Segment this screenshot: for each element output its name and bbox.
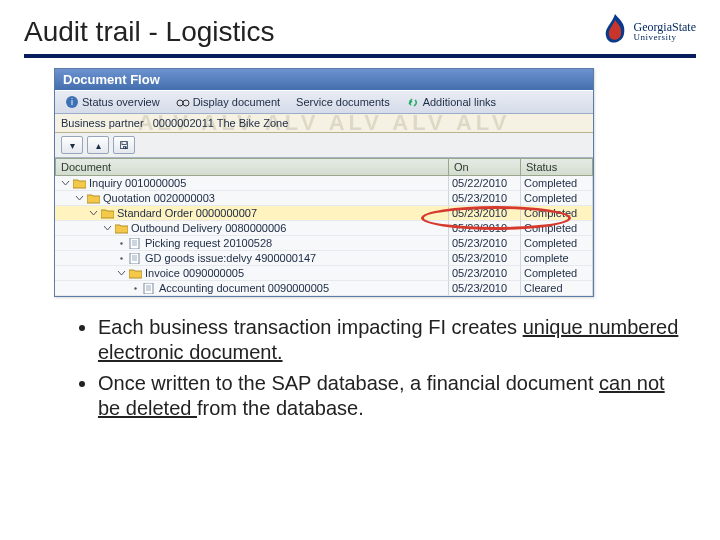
tree-row-date: 05/23/2010 (449, 191, 521, 206)
folder-icon (73, 178, 86, 189)
display-document-button[interactable]: Display document (172, 94, 284, 110)
tree-row-date: 05/23/2010 (449, 266, 521, 281)
tree-leaf-icon (117, 239, 126, 248)
row-text: Inquiry 0010000005 (89, 177, 186, 189)
tree-row-status: Completed (521, 206, 593, 221)
title-rule (24, 54, 696, 58)
tree-row-status: complete (521, 251, 593, 266)
tree-row-date: 05/23/2010 (449, 221, 521, 236)
chevron-down-icon[interactable] (117, 269, 126, 278)
status-overview-button[interactable]: i Status overview (61, 94, 164, 110)
partner-value: 0000002011 The Bike Zone (153, 117, 289, 129)
export-icon: 🖫 (119, 140, 129, 151)
status-overview-label: Status overview (82, 96, 160, 108)
expand-all-button[interactable]: ▾ (61, 136, 83, 154)
window-titlebar: Document Flow (55, 69, 593, 90)
service-documents-button[interactable]: Service documents (292, 95, 394, 109)
folder-icon (115, 223, 128, 234)
chevron-down-icon[interactable] (75, 194, 84, 203)
row-text: Accounting document 0090000005 (159, 282, 329, 294)
chevron-down-icon[interactable] (89, 209, 98, 218)
grid-toolbar: ▾ ▴ 🖫 (55, 133, 593, 158)
glasses-icon (176, 95, 190, 109)
svg-point-8 (134, 287, 136, 289)
row-text: Picking request 20100528 (145, 237, 272, 249)
tree-row-label[interactable]: Quotation 0020000003 (55, 191, 449, 206)
bullet-2: Once written to the SAP database, a fina… (98, 371, 684, 421)
chevron-down-icon[interactable] (103, 224, 112, 233)
tree-row-label[interactable]: Outbound Delivery 0080000006 (55, 221, 449, 236)
tree-row-status: Completed (521, 176, 593, 191)
row-text: GD goods issue:delvy 4900000147 (145, 252, 316, 264)
collapse-all-button[interactable]: ▴ (87, 136, 109, 154)
tree-row-status: Cleared (521, 281, 593, 296)
col-on[interactable]: On (449, 158, 521, 176)
row-text: Quotation 0020000003 (103, 192, 215, 204)
svg-point-3 (183, 100, 189, 106)
service-documents-label: Service documents (296, 96, 390, 108)
sap-window: Document Flow i Status overview Display … (54, 68, 594, 297)
brand-logo: GeorgiaState University (602, 14, 696, 48)
col-document[interactable]: Document (55, 158, 449, 176)
tree-row-date: 05/23/2010 (449, 236, 521, 251)
link-icon (406, 95, 420, 109)
expand-icon: ▾ (70, 140, 75, 151)
tree-row-label[interactable]: Inquiry 0010000005 (55, 176, 449, 191)
row-text: Outbound Delivery 0080000006 (131, 222, 286, 234)
tree-row-label[interactable]: Accounting document 0090000005 (55, 281, 449, 296)
business-partner-bar: ALV ALV ALV ALV ALV ALV Business partner… (55, 114, 593, 133)
partner-label: Business partner (61, 117, 144, 129)
tree-row-label[interactable]: Standard Order 0000000007 (55, 206, 449, 221)
folder-icon (87, 193, 100, 204)
additional-links-button[interactable]: Additional links (402, 94, 500, 110)
tree-row-date: 05/23/2010 (449, 206, 521, 221)
svg-text:i: i (71, 97, 73, 107)
row-text: Standard Order 0000000007 (117, 207, 257, 219)
tree-leaf-icon (117, 254, 126, 263)
folder-icon (129, 268, 142, 279)
bullet-1: Each business transaction impacting FI c… (98, 315, 684, 365)
tree-row-label[interactable]: Invoice 0090000005 (55, 266, 449, 281)
collapse-icon: ▴ (96, 140, 101, 151)
tree-row-date: 05/23/2010 (449, 281, 521, 296)
svg-point-6 (120, 257, 122, 259)
logo-name: GeorgiaState (634, 21, 696, 33)
tree-row-status: Completed (521, 221, 593, 236)
svg-point-4 (120, 242, 122, 244)
display-document-label: Display document (193, 96, 280, 108)
export-button[interactable]: 🖫 (113, 136, 135, 154)
info-icon: i (65, 95, 79, 109)
folder-icon (101, 208, 114, 219)
document-icon (143, 283, 156, 294)
document-icon (129, 253, 142, 264)
tree-leaf-icon (131, 284, 140, 293)
svg-point-2 (177, 100, 183, 106)
document-flow-grid: Document On Status Inquiry 001000000505/… (55, 158, 593, 296)
document-icon (129, 238, 142, 249)
additional-links-label: Additional links (423, 96, 496, 108)
tree-row-date: 05/22/2010 (449, 176, 521, 191)
sap-toolbar: i Status overview Display document Servi… (55, 90, 593, 114)
title-text: Audit trail - Logistics (24, 16, 275, 48)
page-title: Audit trail - Logistics GeorgiaState Uni… (24, 14, 696, 48)
row-text: Invoice 0090000005 (145, 267, 244, 279)
col-status[interactable]: Status (521, 158, 593, 176)
tree-row-date: 05/23/2010 (449, 251, 521, 266)
chevron-down-icon[interactable] (61, 179, 70, 188)
tree-row-label[interactable]: Picking request 20100528 (55, 236, 449, 251)
slide-bullets: Each business transaction impacting FI c… (58, 315, 684, 421)
tree-row-status: Completed (521, 266, 593, 281)
tree-row-status: Completed (521, 236, 593, 251)
flame-icon (602, 14, 628, 48)
tree-row-label[interactable]: GD goods issue:delvy 4900000147 (55, 251, 449, 266)
logo-sub: University (634, 33, 696, 42)
tree-row-status: Completed (521, 191, 593, 206)
